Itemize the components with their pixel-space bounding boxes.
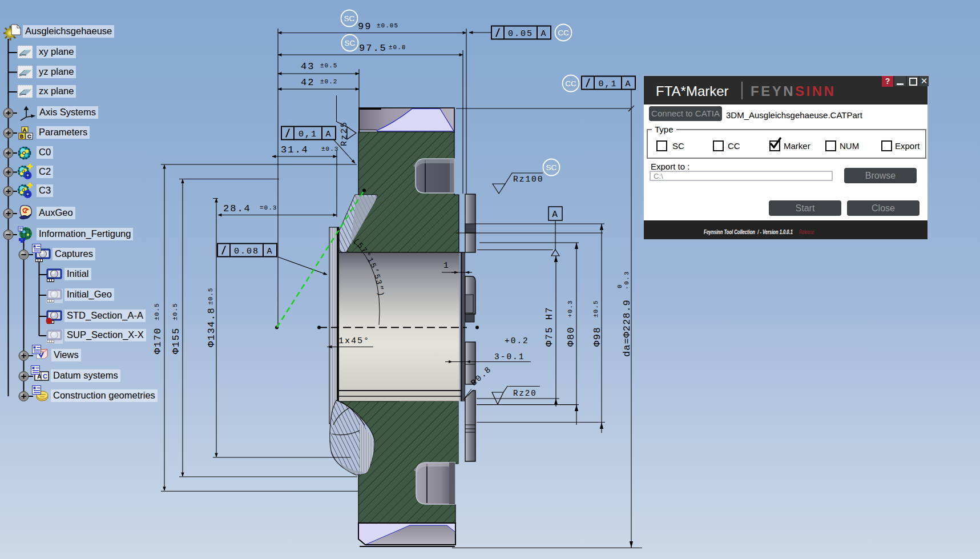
svg-text:+0.2: +0.2	[505, 336, 529, 345]
svg-text:Rz25: Rz25	[340, 121, 349, 146]
svg-text:C: C	[27, 134, 31, 139]
svg-text:0.08: 0.08	[234, 247, 259, 256]
svg-text:B: B	[20, 134, 23, 139]
svg-text:±0.5: ±0.5	[172, 303, 179, 320]
svg-text:A: A	[541, 29, 547, 39]
svg-text:28.4: 28.4	[223, 203, 251, 214]
svg-text:A: A	[267, 247, 273, 256]
svg-text:SC: SC	[546, 163, 557, 172]
svg-text:±0.5: ±0.5	[207, 288, 214, 305]
svg-text:=0.3: =0.3	[260, 204, 277, 211]
svg-text:da=Φ228.9: da=Φ228.9	[622, 299, 632, 357]
svg-text:Φ80: Φ80	[566, 327, 576, 347]
svg-text:±0.8: ±0.8	[389, 44, 406, 51]
svg-text:1x45°: 1x45°	[338, 336, 370, 346]
svg-text:1: 1	[443, 261, 450, 270]
svg-text:0,1: 0,1	[598, 79, 617, 89]
svg-text:0,1: 0,1	[299, 130, 317, 139]
svg-text:±0.05: ±0.05	[377, 22, 398, 29]
svg-text:±0.2: ±0.2	[320, 78, 337, 85]
svg-text:42: 42	[301, 77, 314, 88]
svg-text:97.5: 97.5	[359, 43, 387, 54]
svg-text:Rz100: Rz100	[513, 175, 544, 184]
svg-text:±0.5: ±0.5	[592, 300, 599, 317]
svg-text:Φ75 H7: Φ75 H7	[544, 307, 555, 347]
svg-text:3-0.1: 3-0.1	[494, 352, 525, 361]
svg-text:0.05: 0.05	[508, 29, 533, 39]
svg-text:-0.3: -0.3	[623, 271, 630, 289]
svg-text:43: 43	[301, 61, 314, 72]
svg-text:SC: SC	[344, 14, 355, 23]
svg-text:A: A	[552, 210, 559, 220]
svg-text:Φ98: Φ98	[592, 327, 603, 347]
svg-text:±0.3: ±0.3	[321, 146, 338, 152]
svg-text:31.4: 31.4	[281, 144, 309, 155]
svg-text:±0.5: ±0.5	[320, 62, 337, 69]
svg-text:CC: CC	[558, 29, 569, 37]
svg-text:Φ155: Φ155	[171, 327, 182, 354]
svg-text:CC: CC	[565, 79, 576, 88]
svg-text:A: A	[325, 130, 332, 139]
svg-text:C: C	[43, 373, 47, 380]
svg-text:99: 99	[358, 21, 372, 32]
svg-text:+0.3: +0.3	[567, 300, 574, 317]
svg-text:A: A	[625, 79, 631, 89]
svg-text:SC: SC	[345, 39, 356, 47]
svg-text:0: 0	[616, 284, 623, 288]
svg-text:Φ134.8: Φ134.8	[206, 307, 217, 347]
svg-text:A: A	[23, 127, 26, 133]
svg-text:Rz20: Rz20	[513, 389, 537, 398]
